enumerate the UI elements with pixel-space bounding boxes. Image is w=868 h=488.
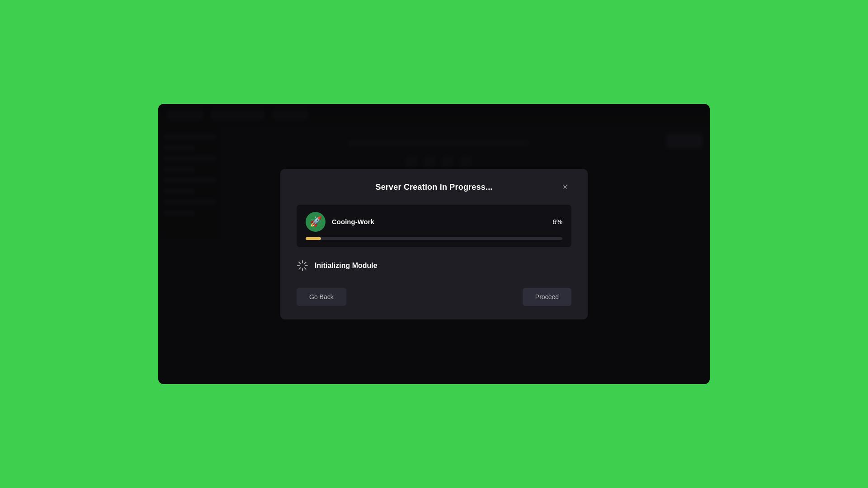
server-card-left: 🚀 Cooing-Work — [306, 212, 374, 232]
progress-bar-background — [306, 237, 562, 240]
server-card-top: 🚀 Cooing-Work 6% — [306, 212, 562, 232]
status-section: Initializing Module — [297, 260, 571, 272]
modal-header: Server Creation in Progress... × — [297, 183, 571, 192]
spinner-icon — [297, 260, 308, 272]
close-button[interactable]: × — [559, 181, 571, 193]
server-card: 🚀 Cooing-Work 6% — [297, 205, 571, 247]
modal-dialog: Server Creation in Progress... × 🚀 Cooin… — [280, 169, 588, 319]
server-avatar: 🚀 — [306, 212, 326, 232]
modal-title: Server Creation in Progress... — [375, 183, 492, 192]
modal-footer: Go Back Proceed — [297, 288, 571, 306]
server-name: Cooing-Work — [332, 218, 374, 225]
status-text: Initializing Module — [315, 262, 377, 270]
app-window: Server Creation in Progress... × 🚀 Cooin… — [158, 104, 710, 384]
modal-overlay: Server Creation in Progress... × 🚀 Cooin… — [158, 104, 710, 384]
server-progress-percent: 6% — [552, 218, 562, 225]
progress-bar-fill — [306, 237, 321, 240]
proceed-button[interactable]: Proceed — [523, 288, 571, 306]
server-avatar-icon: 🚀 — [310, 216, 322, 228]
go-back-button[interactable]: Go Back — [297, 288, 346, 306]
